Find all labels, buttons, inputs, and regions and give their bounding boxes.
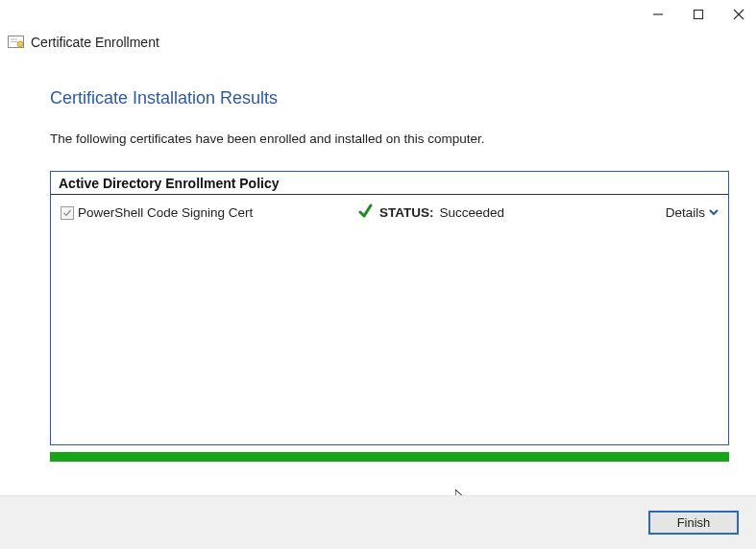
status-value: Succeeded <box>440 205 505 220</box>
page-heading: Certificate Installation Results <box>50 88 729 108</box>
details-label: Details <box>666 205 705 220</box>
certificate-row: PowerShell Code Signing Cert STATUS: Suc… <box>51 195 728 226</box>
certificate-name: PowerShell Code Signing Cert <box>78 205 253 220</box>
certificate-icon <box>8 36 25 49</box>
svg-point-7 <box>17 41 23 47</box>
footer: Finish <box>0 495 756 549</box>
maximize-button[interactable] <box>689 5 708 24</box>
chevron-down-icon <box>709 205 719 220</box>
status-label: STATUS: <box>379 205 434 220</box>
progress-bar <box>50 452 729 462</box>
enrollment-panel: Active Directory Enrollment Policy Power… <box>50 171 729 445</box>
page-subtext: The following certificates have been enr… <box>50 131 729 146</box>
window-titlebar <box>0 0 756 29</box>
certificate-checkbox[interactable] <box>61 206 74 220</box>
details-toggle[interactable]: Details <box>666 205 719 220</box>
close-button[interactable] <box>729 5 748 24</box>
window-title: Certificate Enrollment <box>31 35 159 50</box>
policy-title: Active Directory Enrollment Policy <box>51 172 728 195</box>
success-check-icon <box>358 203 374 222</box>
header: Certificate Enrollment <box>0 29 756 54</box>
svg-rect-1 <box>695 11 703 19</box>
main-content: Certificate Installation Results The fol… <box>0 54 756 445</box>
finish-button[interactable]: Finish <box>648 511 739 535</box>
minimize-button[interactable] <box>648 5 668 24</box>
